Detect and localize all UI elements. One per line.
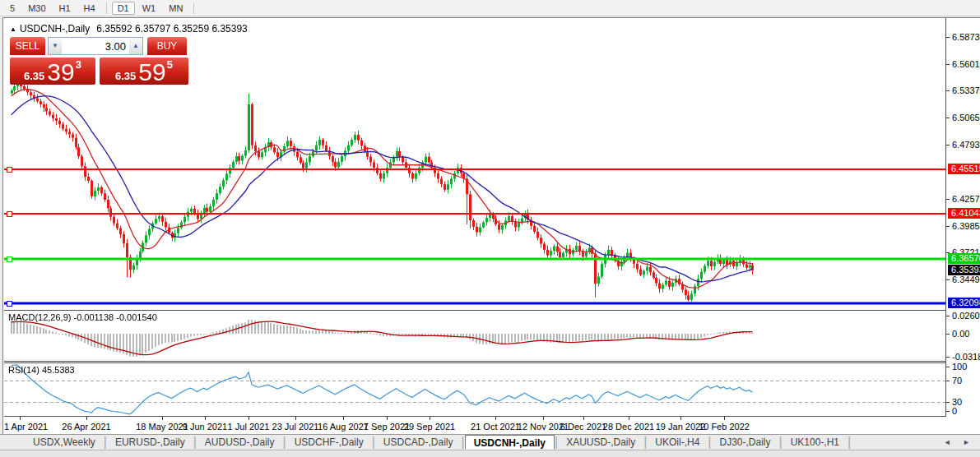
axis-tick-mark (946, 381, 950, 381)
timeframe-button-h1[interactable]: H1 (53, 2, 77, 15)
date-tick-mark (86, 417, 87, 420)
axis-tick-mark (946, 226, 950, 227)
chart-tab-usdchf[interactable]: USDCHF-,Daily (286, 435, 372, 450)
axis-tick-mark (946, 316, 950, 316)
sell-button[interactable]: SELL (10, 37, 45, 55)
chart-window: ▲USDCNH-,Daily6.35592 6.35797 6.35259 6.… (2, 17, 980, 434)
date-tick-label: 6 Dec 2021 (560, 422, 606, 432)
axis-tick-mark (946, 118, 950, 118)
chart-tab-xauusd[interactable]: XAUUSD-,Daily (558, 435, 643, 450)
sell-price-display[interactable]: 6.35 39 3 (10, 58, 95, 85)
tab-separator: | (848, 435, 851, 450)
date-tick-mark (20, 417, 21, 420)
chart-tab-usdcnh[interactable]: USDCNH-,Daily (465, 435, 555, 450)
price-tick-label: 6.39850 (952, 221, 980, 231)
macd-values: -0.001138 -0.001540 (73, 312, 156, 322)
price-axis[interactable]: 6.587306.560106.533706.506506.479306.425… (945, 18, 980, 417)
date-tick-mark (162, 417, 163, 420)
date-tick-label: 9 Jun 2021 (183, 422, 227, 432)
axis-tick-mark (946, 90, 950, 91)
axis-tick-mark (946, 279, 950, 280)
date-tick-label: 28 Dec 2021 (603, 422, 654, 432)
chart-tab-audusd[interactable]: AUDUSD-,Daily (197, 435, 283, 450)
volume-decrease-button[interactable]: ▼ (49, 38, 62, 54)
chart-tab-usdx[interactable]: USDX,Weekly (25, 435, 104, 450)
date-tick-mark (430, 417, 430, 420)
axis-tick-mark (946, 64, 950, 65)
timeframe-button-mn[interactable]: MN (163, 2, 188, 15)
chart-tab-eurusd[interactable]: EURUSD-,Daily (107, 435, 193, 450)
price-tick-label: 6.50650 (952, 113, 980, 122)
chart-tab-uk100[interactable]: UK100-,H1 (783, 435, 848, 450)
date-tick-mark (343, 417, 344, 420)
tab-scroll-arrows[interactable]: ◄ ► (944, 435, 975, 450)
buy-price-prefix: 6.35 (115, 70, 136, 82)
timeframe-button-h4[interactable]: H4 (78, 2, 101, 15)
macd-axis-label: 0.02607 (952, 311, 980, 321)
date-tick-label: 18 May 2021 (136, 422, 188, 432)
volume-input[interactable] (62, 38, 129, 54)
date-tick-mark (680, 417, 681, 420)
sell-price-prefix: 6.35 (24, 70, 44, 82)
date-tick-mark (543, 417, 544, 420)
date-axis[interactable]: 1 Apr 202126 Apr 202118 May 20219 Jun 20… (3, 417, 945, 435)
axis-tick-mark (946, 402, 950, 403)
rsi-value: 45.5383 (42, 365, 75, 375)
timeframe-button-w1[interactable]: W1 (137, 2, 162, 15)
timeframe-button-d1[interactable]: D1 (112, 2, 135, 15)
axis-tick-mark (946, 334, 950, 335)
price-tick-label: 6.42570 (952, 194, 980, 204)
chart-tab-ukoil[interactable]: UKOil-,H4 (647, 435, 708, 450)
price-line-label: 6.32098 (948, 298, 980, 308)
one-click-trading-panel: SELL ▼ ▲ BUY 6.35 39 3 6.35 59 5 (10, 37, 188, 85)
buy-price-superscript: 5 (167, 58, 173, 71)
rsi-axis-label: 100 (952, 362, 967, 372)
chart-title: ▲USDCNH-,Daily6.35592 6.35797 6.35259 6.… (10, 23, 248, 35)
date-tick-label: 10 Feb 2022 (699, 422, 750, 432)
price-tick-label: 6.53370 (952, 85, 980, 95)
timeframe-button-5[interactable]: 5 (4, 2, 21, 15)
date-tick-label: 16 Aug 2021 (318, 422, 369, 432)
volume-increase-button[interactable]: ▲ (129, 38, 142, 54)
date-tick-label: 1 Jul 2021 (228, 422, 270, 432)
chart-tab-dj30[interactable]: DJ30-,Daily (712, 435, 779, 450)
toolbar-separator (193, 2, 194, 14)
date-tick-label: 26 Apr 2021 (62, 422, 110, 432)
collapse-triangle-icon[interactable]: ▲ (10, 25, 16, 33)
axis-tick-mark (946, 37, 950, 38)
axis-tick-mark (946, 367, 950, 367)
date-tick-label: 23 Jul 2021 (272, 422, 319, 432)
price-line-label: 6.41043 (948, 208, 980, 219)
timeframe-toolbar: 5M30H1H4D1W1MN (0, 0, 980, 16)
price-line-label: 6.45515 (948, 164, 980, 174)
buy-price-display[interactable]: 6.35 59 5 (100, 58, 188, 85)
chart-ohlc-values: 6.35592 6.35797 6.35259 6.35393 (96, 23, 248, 35)
axis-tick-mark (946, 145, 950, 145)
date-tick-label: 21 Oct 2021 (471, 422, 520, 432)
date-tick-mark (583, 417, 584, 420)
timeframe-button-m30[interactable]: M30 (22, 2, 51, 15)
macd-name: MACD(12,26,9) (8, 312, 71, 322)
price-tick-label: 6.47930 (952, 140, 980, 150)
trading-terminal: 5M30H1H4D1W1MN ▲USDCNH-,Daily6.35592 6.3… (0, 0, 980, 457)
axis-tick-mark (946, 357, 950, 358)
price-tick-label: 6.58730 (952, 32, 980, 42)
chart-tab-usdcad[interactable]: USDCAD-,Daily (375, 435, 462, 450)
axis-tick-mark (946, 199, 950, 200)
rsi-axis-label: 70 (952, 376, 962, 385)
sell-price-superscript: 3 (76, 58, 81, 71)
macd-axis-label: -0.03187 (952, 352, 980, 362)
sell-price-big: 39 (47, 60, 74, 85)
macd-indicator-label: MACD(12,26,9) -0.001138 -0.001540 (8, 312, 157, 322)
date-tick-label: 1 Apr 2021 (4, 422, 48, 432)
buy-button[interactable]: BUY (147, 37, 187, 55)
status-bar (0, 450, 980, 457)
date-tick-mark (724, 417, 725, 420)
chart-symbol-label: USDCNH-,Daily (20, 23, 90, 35)
rsi-axis-label: 0 (952, 406, 957, 416)
volume-stepper: ▼ ▲ (48, 37, 143, 55)
price-tick-label: 6.56010 (952, 59, 980, 69)
price-line-label: 6.36570 (948, 253, 980, 264)
date-tick-mark (205, 417, 206, 420)
buy-price-big: 59 (138, 60, 165, 85)
